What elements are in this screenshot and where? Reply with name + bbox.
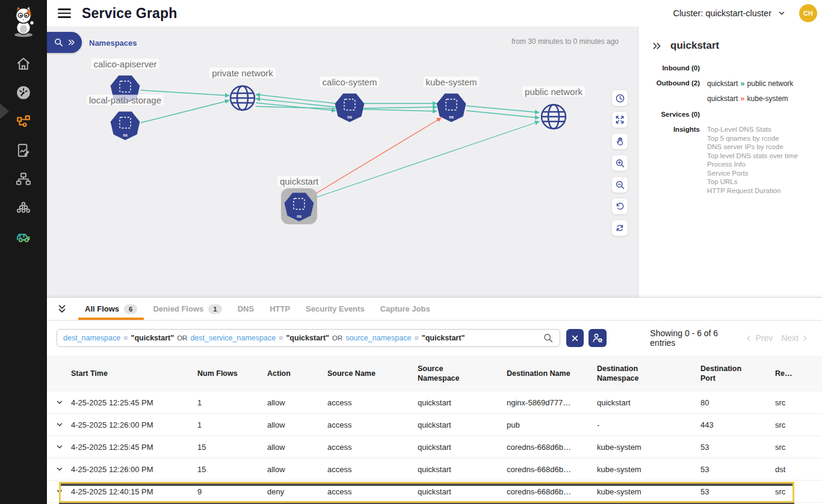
flow-settings-button[interactable] [589, 329, 607, 347]
detail-panel-title: quickstart [670, 40, 719, 52]
clear-query-button[interactable] [566, 329, 584, 347]
tab-label: HTTP [270, 304, 290, 313]
insight-link[interactable]: Service Ports [707, 169, 814, 178]
graph-node-calico-system[interactable]: ns calico-system [332, 89, 368, 125]
cell-destination-port: 80 [700, 398, 775, 407]
refresh-button[interactable] [611, 220, 628, 236]
graph-node-quickstart[interactable]: ns quickstart [281, 188, 317, 224]
zoom-in-button[interactable] [611, 155, 628, 171]
insight-link[interactable]: DNS server IPs by rcode [707, 143, 814, 152]
column-header-start-time[interactable]: Start Time [71, 369, 197, 378]
insight-link[interactable]: HTTP Request Duration [707, 186, 814, 195]
expand-row-chevron-icon[interactable] [47, 487, 71, 496]
time-button[interactable] [611, 90, 628, 106]
flow-query-input[interactable]: dest_namespace="quickstart"ORdest_servic… [57, 329, 560, 347]
tab-dns[interactable]: DNS [230, 298, 262, 320]
column-header-source-namespace[interactable]: Source Namespace [418, 364, 507, 384]
pan-hand-button[interactable] [611, 133, 628, 150]
service-graph-canvas[interactable]: ns calico-apiserver ns local-path-storag… [47, 26, 638, 297]
cluster-selector[interactable]: Cluster: quickstart-cluster [673, 8, 786, 18]
outbound-flow[interactable]: quickstart»kube-system [707, 94, 814, 103]
graph-search-pill[interactable] [47, 32, 82, 53]
cell-destination-name: nginx-5869d777… [507, 398, 597, 407]
table-row[interactable]: 4-25-2025 12:26:00 PM15allowaccessquicks… [47, 458, 822, 481]
cell-start-time: 4-25-2025 12:40:15 PM [71, 487, 197, 496]
table-row-highlighted[interactable]: 4-25-2025 12:40:15 PM9denyaccessquicksta… [47, 481, 822, 503]
insight-link[interactable]: Top-Level DNS Stats [707, 125, 814, 134]
sidebar-item-cluster-nodes[interactable] [0, 194, 47, 223]
chevron-right-icon [801, 334, 809, 342]
outbound-flow[interactable]: quickstart»public network [707, 79, 814, 88]
next-button[interactable]: Next [781, 333, 809, 343]
insight-link[interactable]: Top URLs [707, 177, 814, 186]
tab-security-events[interactable]: Security Events [298, 298, 372, 320]
zoom-out-icon [615, 180, 625, 190]
column-header-destination-port[interactable]: Destination Port [700, 364, 775, 384]
sidebar-item-dashboard-gauge[interactable] [0, 78, 47, 107]
sidebar-item-network-sitemap[interactable] [0, 165, 47, 194]
close-icon [571, 334, 579, 342]
table-row[interactable]: 4-25-2025 12:26:00 PM1allowaccessquickst… [47, 414, 822, 436]
query-token-value: "quickstart" [422, 334, 465, 342]
cell-num-flows: 1 [197, 420, 267, 429]
query-search-icon[interactable] [543, 333, 554, 343]
column-header-source-name[interactable]: Source Name [327, 369, 418, 378]
cell-destination-name: coredns-668d6b… [507, 443, 597, 452]
flows-search-row: dest_namespace="quickstart"ORdest_servic… [47, 321, 822, 355]
graph-node-public-network[interactable]: public network [536, 99, 572, 135]
graph-node-kube-system[interactable]: ns kube-system [433, 89, 469, 125]
svg-text:ns: ns [347, 115, 352, 119]
expand-row-chevron-icon[interactable] [47, 443, 71, 451]
pan-hand-icon [615, 137, 625, 146]
page-title: Service Graph [82, 5, 178, 22]
expand-row-chevron-icon[interactable] [47, 465, 71, 473]
tab-http[interactable]: HTTP [262, 298, 298, 320]
graph-node-local-path-storage[interactable]: ns local-path-storage [107, 107, 143, 143]
sidebar-item-home[interactable] [0, 49, 47, 78]
sidebar-item-report-log[interactable] [0, 136, 47, 165]
column-header-destination-name[interactable]: Destination Name [507, 369, 597, 378]
column-header-reporter[interactable]: Reporter [775, 369, 822, 378]
tab-denied-flows[interactable]: Denied Flows1 [145, 298, 229, 320]
insight-link[interactable]: Top level DNS stats over time [707, 152, 814, 161]
column-header-num-flows[interactable]: Num Flows [197, 369, 267, 378]
insight-link[interactable]: Top 5 qnames by rcode [707, 134, 814, 143]
expand-row-chevron-icon[interactable] [47, 398, 71, 407]
cell-destination-namespace: - [597, 420, 700, 429]
calico-cat-logo[interactable] [10, 5, 37, 41]
cell-reporter: src [775, 487, 822, 496]
graph-view-label[interactable]: Namespaces [89, 38, 137, 48]
avatar[interactable]: CH [799, 4, 817, 22]
column-header-action[interactable]: Action [267, 369, 327, 378]
query-token-field: source_namespace [345, 334, 411, 342]
graph-node-label: public network [522, 87, 585, 97]
insights-label: Insights [647, 125, 700, 195]
pagination: Prev Next [745, 333, 809, 343]
tab-capture-jobs[interactable]: Capture Jobs [372, 298, 438, 320]
table-row[interactable]: 4-25-2025 12:25:45 PM1allowaccessquickst… [47, 392, 822, 414]
cell-action: allow [267, 420, 327, 429]
fullscreen-button[interactable] [611, 111, 628, 128]
prev-button[interactable]: Prev [745, 333, 773, 343]
graph-node-label: kube-system [423, 77, 479, 87]
cell-action: deny [267, 487, 327, 496]
graph-node-label: quickstart [277, 176, 321, 186]
search-icon [54, 37, 64, 48]
hamburger-menu-icon[interactable] [58, 8, 71, 18]
undo-button[interactable] [611, 198, 628, 215]
insight-link[interactable]: Process Info [707, 160, 814, 169]
dashboard-gauge-icon [16, 85, 31, 100]
car-icon [15, 229, 32, 245]
tab-all-flows[interactable]: All Flows6 [77, 298, 145, 320]
column-header-destination-namespace[interactable]: Destination Namespace [597, 364, 700, 384]
graph-node-private-network[interactable]: private network [224, 80, 261, 116]
collapse-flows-icon[interactable] [57, 304, 67, 315]
expand-row-chevron-icon[interactable] [47, 420, 71, 429]
query-token-field: dest_service_namespace [190, 334, 276, 342]
collapse-panel-icon[interactable] [652, 41, 662, 51]
zoom-out-button[interactable] [611, 176, 628, 193]
cell-destination-port: 53 [700, 443, 775, 452]
sidebar-item-car[interactable] [0, 223, 47, 251]
table-row[interactable]: 4-25-2025 12:25:45 PM15allowaccessquicks… [47, 436, 822, 458]
query-token-field: dest_namespace [63, 334, 120, 342]
